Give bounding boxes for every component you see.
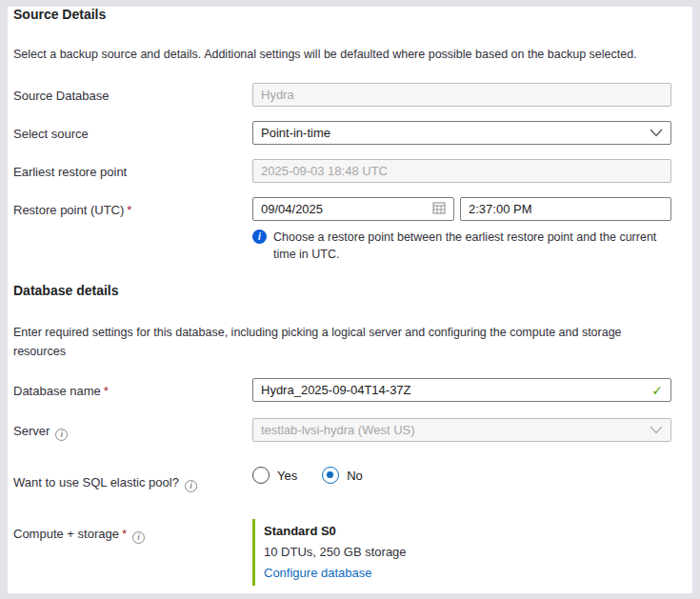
info-icon[interactable]: i bbox=[55, 429, 68, 441]
valid-check-icon: ✓ bbox=[651, 383, 663, 398]
required-asterisk: * bbox=[127, 203, 131, 217]
server-label: Serveri bbox=[13, 424, 68, 441]
source-database-input bbox=[261, 88, 663, 102]
database-name-label: Database name* bbox=[13, 384, 109, 398]
restore-time-input[interactable] bbox=[469, 202, 663, 216]
info-icon[interactable]: i bbox=[132, 531, 145, 544]
required-asterisk: * bbox=[104, 384, 109, 398]
elastic-pool-yes-label: Yes bbox=[277, 469, 297, 483]
elastic-pool-label: Want to use SQL elastic pool?i bbox=[13, 475, 197, 492]
earliest-restore-point-field bbox=[252, 159, 671, 183]
earliest-restore-point-input bbox=[261, 164, 663, 178]
elastic-pool-radio-group: Yes No bbox=[252, 467, 363, 484]
radio-unselected-icon[interactable] bbox=[252, 467, 270, 484]
select-source-value: Point-in-time bbox=[261, 126, 330, 140]
restore-date-field[interactable] bbox=[252, 197, 454, 221]
restore-point-info-note: i Choose a restore point between the ear… bbox=[252, 229, 671, 263]
compute-storage-label: Compute + storage*i bbox=[13, 527, 145, 544]
database-details-description: Enter required settings for this databas… bbox=[13, 323, 661, 361]
calendar-icon[interactable] bbox=[432, 201, 446, 217]
restore-time-field[interactable] bbox=[460, 197, 671, 221]
restore-form-panel: Source Details Select a backup source an… bbox=[8, 7, 692, 593]
source-database-label: Source Database bbox=[13, 89, 109, 103]
chevron-down-icon bbox=[650, 426, 663, 434]
radio-selected-icon[interactable] bbox=[322, 467, 339, 484]
section-heading-source-details: Source Details bbox=[13, 7, 106, 22]
database-name-field[interactable]: ✓ bbox=[252, 378, 671, 402]
configure-database-link[interactable]: Configure database bbox=[264, 563, 371, 584]
required-asterisk: * bbox=[122, 527, 127, 541]
info-icon: i bbox=[252, 230, 267, 244]
chevron-down-icon bbox=[650, 129, 663, 137]
elastic-pool-no-option[interactable]: No bbox=[322, 467, 363, 484]
source-database-field bbox=[252, 83, 671, 107]
earliest-restore-point-label: Earliest restore point bbox=[13, 165, 127, 179]
select-source-dropdown[interactable]: Point-in-time bbox=[252, 121, 671, 145]
server-value: testlab-lvsi-hydra (West US) bbox=[261, 423, 415, 437]
compute-storage-summary: Standard S0 10 DTUs, 250 GB storage Conf… bbox=[252, 519, 407, 586]
compute-tier: Standard S0 bbox=[264, 521, 407, 542]
restore-date-input[interactable] bbox=[261, 202, 432, 216]
database-name-input[interactable] bbox=[261, 383, 663, 397]
info-icon[interactable]: i bbox=[185, 480, 197, 492]
restore-point-label: Restore point (UTC)* bbox=[13, 203, 131, 217]
restore-point-info-text: Choose a restore point between the earli… bbox=[273, 229, 671, 263]
select-source-label: Select source bbox=[13, 127, 89, 141]
server-dropdown: testlab-lvsi-hydra (West US) bbox=[252, 418, 671, 442]
source-details-description: Select a backup source and details. Addi… bbox=[13, 45, 680, 64]
elastic-pool-yes-option[interactable]: Yes bbox=[252, 467, 297, 484]
compute-spec: 10 DTUs, 250 GB storage bbox=[264, 542, 407, 563]
elastic-pool-no-label: No bbox=[347, 469, 363, 483]
section-heading-database-details: Database details bbox=[13, 283, 119, 298]
